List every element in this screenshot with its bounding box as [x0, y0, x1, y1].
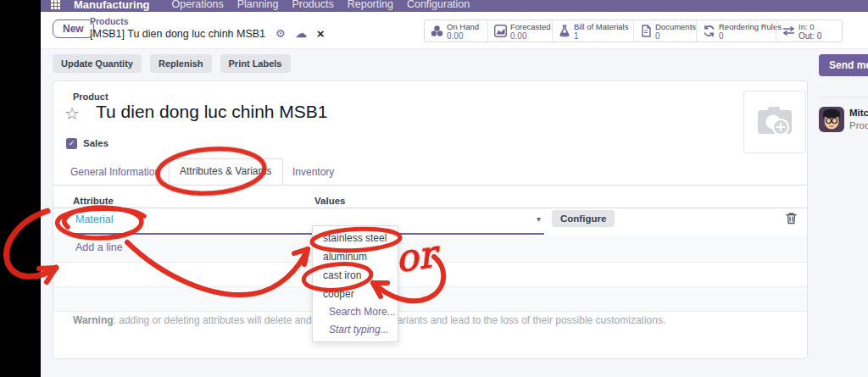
menu-reporting[interactable]: Reporting	[348, 0, 393, 10]
dropdown-start-typing: Start typing...	[313, 321, 398, 339]
stat-label: Forecasted	[510, 22, 551, 31]
stat-in-out[interactable]: In: 0 Out: 0	[776, 20, 842, 42]
tab-inventory[interactable]: Inventory	[292, 166, 334, 178]
send-message-button[interactable]: Send message	[819, 54, 868, 76]
menu-products[interactable]: Products	[292, 0, 333, 10]
in-out-arrows-icon	[782, 25, 795, 36]
action-button-row: Update Quantity Replenish Print Labels	[53, 54, 291, 73]
warning-bold: Warning	[73, 314, 114, 326]
area-chart-icon	[494, 25, 507, 37]
stat-label: On Hand	[447, 22, 479, 31]
stat-label: Reordering Rules	[719, 22, 782, 31]
warning-text: Warning: adding or deleting attributes w…	[73, 314, 789, 326]
sales-checkbox[interactable]: ✓	[66, 138, 77, 149]
menu-operations[interactable]: Operations	[172, 0, 224, 10]
tab-general-information[interactable]: General Information	[70, 166, 160, 178]
add-a-line-link[interactable]: Add a line	[75, 241, 123, 253]
avatar	[819, 107, 844, 132]
row-stripe	[53, 236, 807, 262]
control-panel: New Products [MSB1] Tu dien dong luc chi…	[41, 12, 868, 49]
apps-grid-icon[interactable]	[51, 0, 60, 9]
dropdown-option-cast-iron[interactable]: cast iron	[313, 266, 398, 285]
stat-reordering-rules[interactable]: Reordering Rules 0	[696, 20, 776, 42]
boxes-icon	[431, 25, 443, 37]
breadcrumb-current: [MSB1] Tu dien dong luc chinh MSB1	[90, 28, 265, 40]
screen: Manufacturing Operations Planning Produc…	[0, 0, 868, 377]
chatter-user-name: Mitchell Admin	[849, 108, 868, 118]
tabs-divider	[53, 185, 807, 186]
values-input-underline	[73, 233, 544, 235]
stat-value: 0.00	[510, 31, 551, 41]
stat-forecasted[interactable]: Forecasted 0.00	[487, 20, 552, 42]
product-section-label: Product	[73, 91, 108, 102]
row-divider	[53, 311, 807, 312]
breadcrumb: [MSB1] Tu dien dong luc chinh MSB1 ⚙ ☁ ×	[90, 27, 324, 40]
menu-configuration[interactable]: Configuration	[407, 0, 470, 10]
product-title[interactable]: Tu dien dong luc chinh MSB1	[96, 102, 328, 122]
breadcrumb-parent[interactable]: Products	[90, 16, 129, 26]
stat-label: Documents	[655, 22, 696, 31]
table-header-divider	[53, 208, 807, 208]
row-stripe	[53, 287, 807, 311]
stat-value: 1	[574, 31, 628, 41]
values-dropdown: stainless steel aluminum cast iron coope…	[312, 225, 398, 342]
stat-value: 0.00	[447, 31, 479, 41]
column-header-values: Values	[314, 196, 345, 206]
favorite-star-icon[interactable]: ☆	[64, 103, 80, 124]
discard-close-icon[interactable]: ×	[317, 27, 325, 40]
product-image-upload[interactable]	[743, 91, 806, 153]
gear-icon[interactable]: ⚙	[275, 28, 286, 39]
tab-attributes-variants[interactable]: Attributes & Variants	[169, 158, 283, 185]
refresh-icon	[703, 25, 715, 37]
stat-value: 0	[719, 31, 782, 41]
configure-button[interactable]: Configure	[552, 210, 615, 227]
print-labels-button[interactable]: Print Labels	[220, 54, 291, 73]
row-divider	[53, 262, 807, 263]
sales-checkbox-label: Sales	[83, 138, 108, 148]
stat-label: Bill of Materials	[574, 22, 628, 31]
new-button[interactable]: New	[53, 19, 94, 38]
dropdown-search-more[interactable]: Search More...	[313, 303, 398, 321]
dropdown-option-cooper[interactable]: cooper	[313, 285, 398, 303]
stat-value: 0	[655, 31, 696, 41]
stat-on-hand[interactable]: On Hand 0.00	[425, 20, 487, 42]
stat-label: In: 0	[798, 22, 821, 31]
document-icon	[640, 25, 652, 37]
chatter-divider	[821, 97, 868, 97]
trash-icon[interactable]	[786, 212, 797, 228]
app-name[interactable]: Manufacturing	[74, 0, 150, 11]
menu-planning[interactable]: Planning	[237, 0, 279, 10]
stat-value: Out: 0	[798, 31, 821, 41]
stat-documents[interactable]: Documents 0	[633, 20, 696, 42]
stat-bill-of-materials[interactable]: Bill of Materials 1	[552, 20, 633, 42]
attribute-material-link[interactable]: Material	[75, 213, 113, 225]
camera-plus-icon	[755, 105, 794, 139]
product-form-card: Product ☆ Tu dien dong luc chinh MSB1 ✓ …	[53, 80, 808, 359]
app-bar: Manufacturing Operations Planning Produc…	[41, 0, 868, 12]
dropdown-option-aluminum[interactable]: aluminum	[313, 247, 398, 266]
stat-button-box: On Hand 0.00 Forecasted 0.00	[424, 19, 843, 42]
left-black-strip	[0, 0, 41, 377]
update-quantity-button[interactable]: Update Quantity	[53, 54, 142, 73]
flask-icon	[559, 25, 570, 37]
replenish-button[interactable]: Replenish	[150, 54, 212, 73]
column-header-attribute: Attribute	[73, 196, 114, 206]
chatter-message-preview: Product	[849, 120, 868, 130]
check-icon: ✓	[69, 139, 75, 147]
cloud-save-icon[interactable]: ☁	[296, 28, 307, 39]
dropdown-option-stainless-steel[interactable]: stainless steel	[313, 229, 398, 247]
chevron-down-icon[interactable]: ▾	[537, 214, 541, 224]
